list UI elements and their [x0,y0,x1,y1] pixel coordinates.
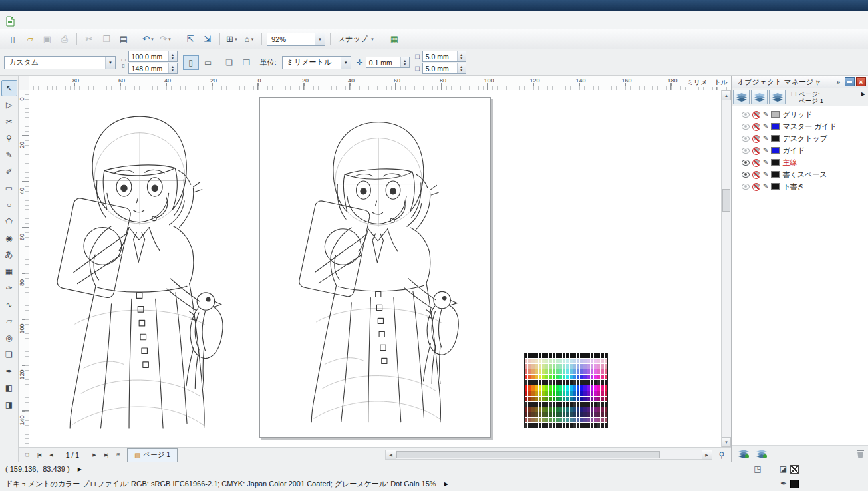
layer-manager-view-button[interactable] [733,90,750,104]
chevron-down-icon[interactable]: ▼ [315,33,325,45]
layer-row[interactable]: ✎書くスペース [732,168,868,180]
spinner[interactable]: ▲ ▼ [168,63,177,73]
horizontal-scroll-track[interactable] [396,450,702,459]
edit-pencil-icon[interactable]: ✎ [763,111,768,118]
last-page-button[interactable]: ▶| [100,449,112,461]
horizontal-ruler[interactable]: ミリメートル 80604020020406080100120140160180 [29,76,731,90]
vertical-scrollbar[interactable]: ▲ ▼ [721,90,731,447]
print-disabled-icon[interactable] [752,147,760,154]
visibility-eye-icon[interactable] [742,160,750,166]
window-titlebar[interactable] [0,0,868,11]
visibility-eye-icon[interactable] [742,124,750,130]
crop-tool[interactable]: ✂ [1,113,17,130]
edit-pencil-icon[interactable]: ✎ [763,183,768,190]
docker-chevrons-button[interactable]: » [833,77,843,86]
app-launcher-button[interactable]: ⊞▼ [224,32,240,47]
text-tool[interactable]: あ [1,246,17,263]
chevron-down-icon[interactable]: ▼ [341,57,351,69]
cut-button[interactable]: ✂ [81,32,97,47]
outline-color-swatch[interactable] [790,480,799,488]
drawing-canvas[interactable] [29,90,721,447]
page-sheet-icon[interactable]: ❏ [21,449,33,461]
edit-pencil-icon[interactable]: ✎ [763,123,768,130]
spin-down-icon[interactable]: ▼ [403,63,406,66]
next-page-button[interactable]: ▶ [88,449,100,461]
current-page-view-button[interactable] [751,90,768,104]
horizontal-scroll-thumb[interactable] [396,451,660,458]
welcome-screen-button[interactable]: ⌂▼ [241,32,257,47]
outline-pen-tool[interactable]: ✒ [1,363,17,379]
page-preset-combo[interactable]: カスタム ▼ [4,56,116,69]
view-options-button[interactable]: ▦ [386,32,402,47]
zoom-tool[interactable]: ⚲ [1,130,17,146]
delete-layer-trash-icon[interactable] [857,450,864,458]
fill-none-swatch[interactable] [790,465,799,474]
pick-tool[interactable]: ↖ [1,80,17,96]
print-disabled-icon[interactable] [752,135,760,142]
rectangle-tool[interactable]: ▭ [1,180,17,196]
spiral-tool[interactable]: ◉ [1,230,17,246]
document-info-icon[interactable]: ◳ [754,464,761,474]
layer-row[interactable]: ✎ガイド [732,144,868,156]
page-tab[interactable]: ▤ ページ 1 [127,448,178,462]
snap-dropdown[interactable]: スナップ ▼ [334,32,378,47]
status-expand-icon[interactable]: ▶ [444,481,448,487]
print-disabled-icon[interactable] [752,159,760,166]
artwork-on-page[interactable] [280,100,480,434]
open-button[interactable]: ▱ [22,32,38,47]
apply-current-page-button[interactable]: ❐ [239,55,255,70]
new-layer-button[interactable] [736,447,752,460]
drop-shadow-tool[interactable]: ❏ [1,346,17,363]
edit-pencil-icon[interactable]: ✎ [763,171,768,178]
scroll-up-icon[interactable]: ▲ [722,90,731,100]
spinner[interactable]: ▲ ▼ [168,51,177,61]
new-master-layer-button[interactable] [754,447,770,460]
print-disabled-icon[interactable] [752,111,760,118]
ruler-origin-corner[interactable] [19,76,29,90]
artistic-media-tool[interactable]: ✐ [1,163,17,180]
page-width-field[interactable]: 100.0 mm ▲ ▼ [128,51,178,62]
artwork-copy-offpage[interactable] [37,97,245,438]
visibility-eye-icon[interactable] [742,184,750,190]
undo-button[interactable]: ↶▼ [140,32,156,47]
interactive-fill-tool[interactable]: ◨ [1,396,17,412]
layer-row[interactable]: ✎下書き [732,180,868,192]
vertical-scroll-thumb[interactable] [722,189,730,212]
blend-tool[interactable]: ▱ [1,313,17,329]
redo-button[interactable]: ↷▼ [158,32,174,47]
print-disabled-icon[interactable] [752,171,760,178]
layer-row[interactable]: ✎主線 [732,156,868,168]
freehand-tool[interactable]: ✎ [1,146,17,163]
spinner[interactable]: ▲ ▼ [457,63,466,73]
docker-collapse-button[interactable] [845,77,855,86]
scroll-left-icon[interactable]: ◀ [386,450,396,459]
nudge-offset-field[interactable]: 0.1 mm ▲ ▼ [366,57,410,68]
duplicate-x-field[interactable]: 5.0 mm ▲ ▼ [422,51,466,62]
landscape-button[interactable]: ▭ [200,55,216,70]
visibility-eye-icon[interactable] [742,148,750,154]
fill-tool[interactable]: ◧ [1,379,17,396]
all-pages-view-button[interactable] [769,90,786,104]
connector-tool[interactable]: ∿ [1,296,17,313]
spin-down-icon[interactable]: ▼ [460,69,463,72]
layer-row[interactable]: ✎マスター ガイド [732,120,868,132]
polygon-tool[interactable]: ⬠ [1,213,17,230]
docker-close-button[interactable]: × [856,77,866,86]
paste-button[interactable]: ▤ [116,32,132,47]
page-height-field[interactable]: 148.0 mm ▲ ▼ [128,63,178,74]
layer-row[interactable]: ✎デスクトップ [732,132,868,144]
horizontal-scrollbar[interactable]: ◀ ▶ [385,450,712,460]
spin-down-icon[interactable]: ▼ [171,57,174,60]
new-document-button[interactable]: ▯ [5,32,21,47]
visibility-eye-icon[interactable] [742,136,750,142]
print-disabled-icon[interactable] [752,183,760,190]
previous-page-button[interactable]: ◀ [45,449,57,461]
visibility-eye-icon[interactable] [742,172,750,178]
shape-tool[interactable]: ▷ [1,96,17,113]
copy-button[interactable]: ❐ [98,32,114,47]
units-combo[interactable]: ミリメートル ▼ [282,56,351,69]
chevron-down-icon[interactable]: ▼ [105,57,115,69]
add-page-button[interactable]: ⊞ [112,449,124,461]
visibility-eye-icon[interactable] [742,112,750,118]
scroll-down-icon[interactable]: ▼ [722,437,731,447]
